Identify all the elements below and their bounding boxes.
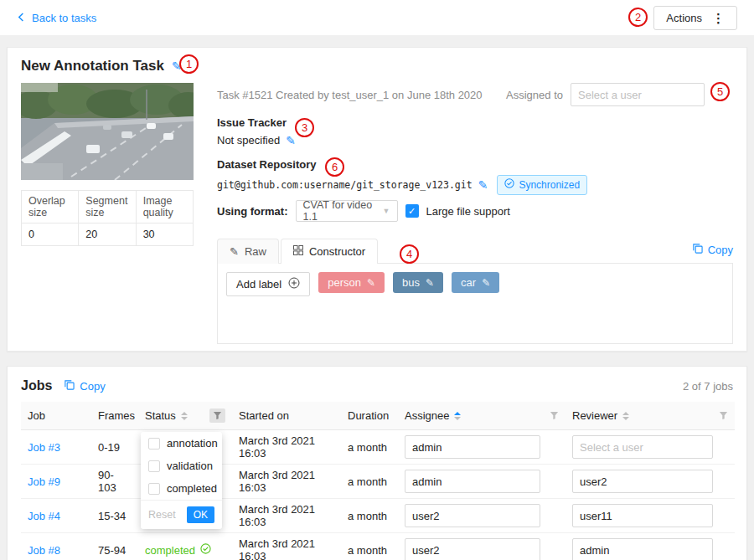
filter-option-label: annotation — [167, 437, 218, 450]
job-started: March 3rd 2021 16:03 — [232, 499, 341, 533]
edit-label-icon[interactable]: ✎ — [426, 278, 434, 288]
edit-issue-tracker-icon[interactable]: ✎ — [286, 135, 296, 146]
job-started: March 3rd 2021 16:03 — [232, 533, 341, 560]
task-left-column: Overlap size Segment size Image quality … — [21, 83, 194, 344]
job-link[interactable]: Job #4 — [28, 510, 60, 522]
job-duration: a month — [341, 499, 398, 533]
status-sort-button[interactable] — [181, 412, 188, 420]
param-header-overlap: Overlap size — [22, 191, 79, 223]
edit-label-icon[interactable]: ✎ — [367, 278, 375, 288]
tab-raw[interactable]: ✎ Raw — [217, 239, 279, 264]
label-tag-car[interactable]: car ✎ — [452, 272, 499, 293]
filter-option-completed[interactable]: completed — [141, 477, 222, 500]
actions-button[interactable]: Actions ⋮ — [653, 6, 737, 30]
edit-repository-icon[interactable]: ✎ — [478, 179, 488, 191]
jobs-title: Jobs — [21, 378, 52, 393]
column-job: Job — [21, 402, 91, 430]
jobs-table: Job Frames Status Started on Duration — [21, 402, 735, 560]
job-link[interactable]: Job #3 — [28, 441, 60, 454]
task-title: New Annotation Task — [21, 58, 164, 74]
filter-option-label: validation — [167, 460, 213, 472]
job-duration: a month — [341, 533, 398, 560]
task-right-column: Task #1521 Created by test_user_1 on Jun… — [217, 83, 733, 344]
label-tag-person[interactable]: person ✎ — [318, 272, 385, 293]
jobs-table-header: Job Frames Status Started on Duration — [21, 402, 735, 430]
task-details-card: New Annotation Task ✎ — [7, 47, 747, 352]
assigned-to-group: Assigned to — [506, 83, 705, 106]
format-row: Using format: CVAT for video 1.1 ▼ ✓ Lar… — [217, 200, 733, 222]
cvat-task-page: Back to tasks Actions ⋮ New Annotation T… — [0, 0, 754, 560]
more-icon: ⋮ — [712, 12, 725, 24]
doc-annotation-4: 4 — [400, 244, 419, 264]
column-reviewer: Reviewer — [566, 402, 735, 430]
check-circle-icon — [504, 177, 514, 193]
job-started: March 3rd 2021 16:03 — [232, 430, 341, 465]
dataset-repository-label: Dataset Repository — [217, 158, 733, 172]
label-tag-car-name: car — [461, 276, 476, 289]
large-file-checkbox[interactable]: ✓ — [405, 204, 419, 218]
param-value-segment: 20 — [79, 223, 136, 246]
tab-constructor[interactable]: Constructor — [281, 239, 378, 264]
issue-tracker-block: Issue Tracker Not specified ✎ — [217, 116, 733, 148]
doc-annotation-1: 1 — [179, 54, 199, 74]
copy-jobs-button[interactable]: Copy — [64, 379, 105, 393]
column-status: Status — [138, 402, 232, 430]
filter-option-validation[interactable]: validation — [141, 455, 222, 477]
copy-labels-button[interactable]: Copy — [692, 243, 733, 256]
format-select[interactable]: CVAT for video 1.1 ▼ — [296, 200, 398, 222]
assignee-input[interactable] — [405, 470, 540, 493]
reviewer-input[interactable] — [572, 470, 713, 493]
validation-checkbox[interactable] — [148, 460, 160, 472]
copy-jobs-label: Copy — [80, 380, 105, 393]
reviewer-filter-icon[interactable] — [719, 411, 728, 420]
annotation-checkbox[interactable] — [148, 438, 160, 450]
copy-icon — [64, 379, 75, 393]
job-row: Job #8 75-94 completed March 3rd 2021 16… — [21, 533, 735, 560]
copy-labels-label: Copy — [708, 244, 733, 256]
back-to-tasks-link[interactable]: Back to tasks — [17, 12, 96, 24]
job-frames: 90-103 — [91, 465, 138, 499]
status-filter-icon[interactable] — [209, 408, 225, 423]
pencil-icon: ✎ — [230, 245, 239, 258]
status-filter-dropdown: annotation validation completed Reset OK — [141, 432, 222, 529]
assignee-input[interactable] — [405, 435, 540, 459]
status-badge: completed — [145, 543, 211, 557]
edit-label-icon[interactable]: ✎ — [482, 278, 490, 288]
status-text: completed — [145, 544, 195, 557]
dataset-repository-block: Dataset Repository git@github.com:userna… — [217, 158, 733, 190]
job-link[interactable]: Job #9 — [28, 475, 60, 488]
completed-checkbox[interactable] — [148, 483, 160, 495]
assignee-input[interactable] — [405, 538, 540, 560]
job-row: Job #3 0-19 March 3rd 2021 16:03 a month — [21, 430, 735, 465]
assigned-to-input[interactable] — [571, 83, 705, 106]
large-file-label: Large file support — [426, 205, 510, 218]
reviewer-sort-button[interactable] — [622, 412, 629, 420]
reviewer-input[interactable] — [572, 504, 713, 527]
column-reviewer-label: Reviewer — [572, 409, 617, 422]
format-select-value: CVAT for video 1.1 — [303, 199, 383, 223]
assignee-input[interactable] — [405, 504, 540, 527]
param-header-segment: Segment size — [79, 191, 136, 223]
add-label-text: Add label — [236, 278, 281, 290]
assignee-filter-icon[interactable] — [550, 411, 559, 420]
reviewer-input[interactable] — [572, 435, 713, 459]
label-tag-bus[interactable]: bus ✎ — [393, 272, 443, 293]
check-circle-icon — [200, 543, 211, 557]
filter-option-annotation[interactable]: annotation — [141, 432, 222, 455]
job-link[interactable]: Job #8 — [28, 544, 60, 557]
reviewer-input[interactable] — [572, 538, 713, 560]
task-thumbnail — [21, 83, 194, 180]
dataset-repository-url: git@github.com:username/git_storage_v123… — [217, 177, 473, 193]
filter-reset-button[interactable]: Reset — [148, 509, 176, 521]
task-title-row: New Annotation Task ✎ — [21, 58, 733, 74]
job-duration: a month — [341, 430, 398, 465]
filter-ok-button[interactable]: OK — [187, 506, 214, 523]
param-header-quality: Image quality — [136, 191, 193, 223]
add-label-button[interactable]: Add label — [226, 272, 310, 296]
assignee-sort-button[interactable] — [454, 412, 461, 420]
actions-label: Actions — [666, 12, 702, 24]
jobs-card: Jobs Copy 2 of 7 jobs Job Frames — [7, 366, 747, 560]
tab-constructor-label: Constructor — [309, 245, 365, 258]
job-row: Job #4 15-34 March 3rd 2021 16:03 a mont… — [21, 499, 735, 533]
column-assignee: Assignee — [398, 402, 566, 430]
